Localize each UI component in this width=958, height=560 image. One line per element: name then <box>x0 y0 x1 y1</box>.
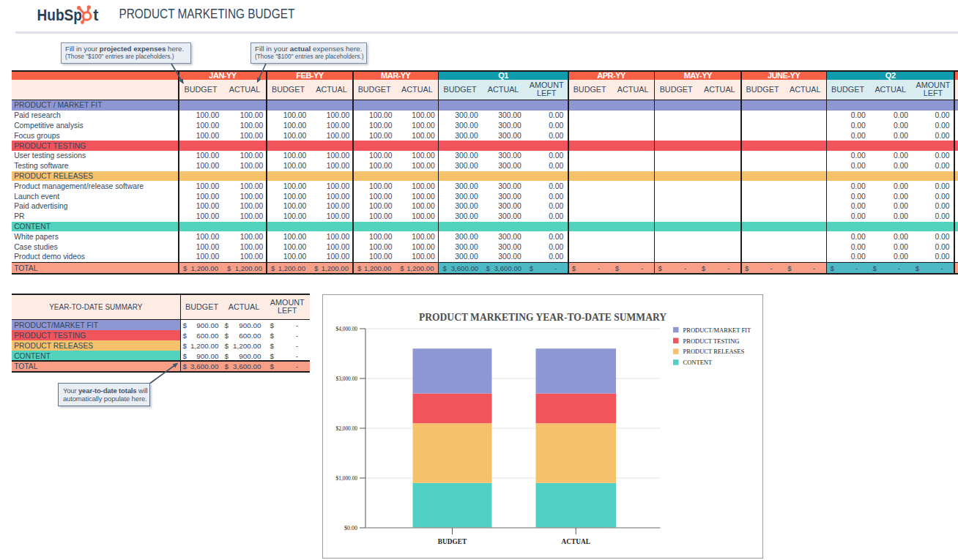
svg-text:$4,000.00: $4,000.00 <box>335 326 357 332</box>
svg-text:BUDGET: BUDGET <box>437 538 467 545</box>
svg-text:PRODUCT/MARKET FIT: PRODUCT/MARKET FIT <box>683 326 751 334</box>
svg-text:$1,000.00: $1,000.00 <box>335 475 357 482</box>
svg-text:ACTUAL: ACTUAL <box>561 538 590 545</box>
svg-text:$0.00: $0.00 <box>344 525 357 531</box>
svg-text:PRODUCT RELEASES: PRODUCT RELEASES <box>683 348 744 355</box>
svg-text:CONTENT: CONTENT <box>683 359 712 366</box>
svg-text:HubSp: HubSp <box>37 7 83 24</box>
svg-text:t: t <box>93 7 98 24</box>
svg-text:PRODUCT TESTING: PRODUCT TESTING <box>683 337 739 345</box>
svg-text:PRODUCT MARKETING BUDGET: PRODUCT MARKETING BUDGET <box>119 7 295 21</box>
svg-text:$2,000.00: $2,000.00 <box>335 425 357 432</box>
svg-text:$3,000.00: $3,000.00 <box>335 376 357 382</box>
svg-text:PRODUCT MARKETING YEAR-TO-DATE: PRODUCT MARKETING YEAR-TO-DATE SUMMARY <box>419 311 666 323</box>
